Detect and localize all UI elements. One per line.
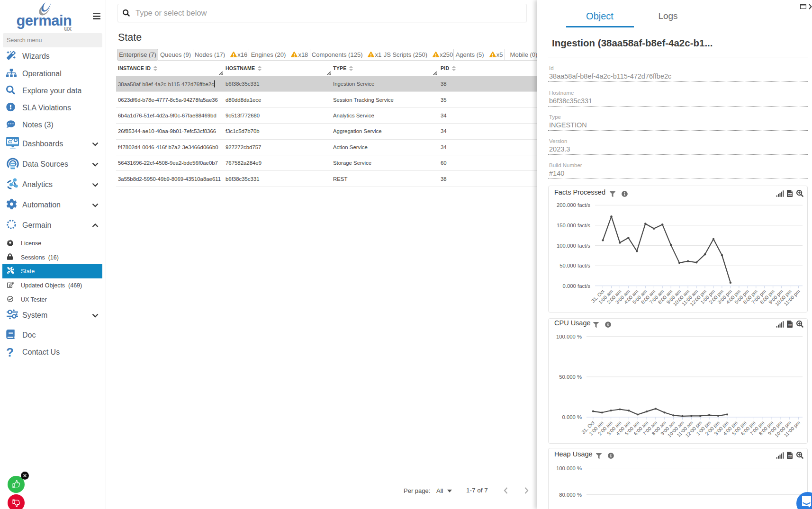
svg-text:CSV: CSV xyxy=(789,324,792,326)
svg-text:CSV: CSV xyxy=(789,194,792,196)
svg-text:CSV: CSV xyxy=(789,455,792,457)
